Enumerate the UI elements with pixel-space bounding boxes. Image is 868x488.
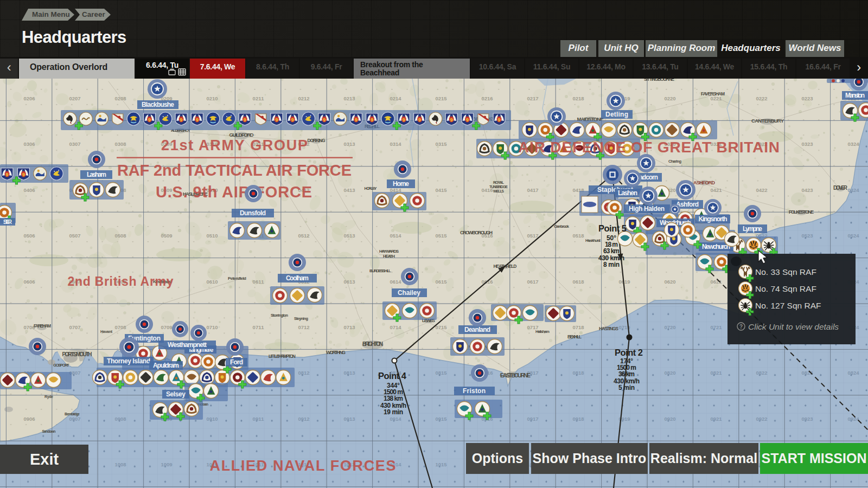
svg-text:0606: 0606 bbox=[24, 279, 35, 285]
svg-text:WORTHING: WORTHING bbox=[326, 350, 346, 355]
svg-text:0324: 0324 bbox=[848, 141, 860, 147]
svg-text:0210: 0210 bbox=[207, 95, 218, 101]
svg-text:0220: 0220 bbox=[665, 95, 676, 101]
svg-text:Ryde: Ryde bbox=[44, 395, 53, 399]
svg-text:0818: 0818 bbox=[573, 370, 584, 376]
svg-text:0720: 0720 bbox=[665, 324, 676, 330]
svg-text:0921: 0921 bbox=[711, 416, 723, 422]
svg-text:No. 74 Sqn RAF: No. 74 Sqn RAF bbox=[755, 284, 816, 293]
svg-text:0315: 0315 bbox=[436, 141, 448, 147]
svg-text:0208: 0208 bbox=[115, 95, 126, 101]
svg-text:0714: 0714 bbox=[390, 324, 402, 330]
svg-text:0914: 0914 bbox=[390, 416, 402, 422]
svg-text:0917: 0917 bbox=[527, 416, 539, 422]
svg-text:2nd British Army: 2nd British Army bbox=[68, 274, 174, 288]
svg-text:Petersfield: Petersfield bbox=[228, 276, 246, 281]
svg-text:0815: 0815 bbox=[436, 370, 448, 376]
svg-text:0924: 0924 bbox=[848, 416, 860, 422]
svg-text:0206: 0206 bbox=[24, 95, 35, 101]
svg-text:No. 127 Sqn RAF: No. 127 Sqn RAF bbox=[755, 301, 821, 310]
svg-text:0710: 0710 bbox=[207, 324, 218, 330]
svg-text:FAVERSHAM: FAVERSHAM bbox=[701, 91, 725, 97]
svg-text:0617: 0617 bbox=[527, 279, 539, 285]
svg-text:LITTLEHAMPTON: LITTLEHAMPTON bbox=[269, 354, 296, 359]
svg-text:BRIGHTON: BRIGHTON bbox=[362, 341, 383, 347]
svg-text:FAREHAM: FAREHAM bbox=[34, 323, 51, 329]
svg-text:0218: 0218 bbox=[573, 95, 584, 101]
svg-text:0718: 0718 bbox=[573, 324, 584, 330]
svg-text:ASHFORD: ASHFORD bbox=[693, 180, 716, 185]
svg-text:0207: 0207 bbox=[69, 95, 81, 101]
svg-text:0424: 0424 bbox=[848, 187, 860, 193]
svg-text:0509: 0509 bbox=[161, 233, 173, 239]
svg-text:9: 9 bbox=[22, 172, 25, 177]
svg-text:0822: 0822 bbox=[756, 370, 768, 376]
svg-text:0211: 0211 bbox=[253, 95, 265, 101]
svg-text:9: 9 bbox=[196, 117, 199, 123]
svg-text:9: 9 bbox=[355, 117, 358, 123]
svg-text:9: 9 bbox=[148, 117, 151, 123]
svg-text:0611: 0611 bbox=[253, 279, 265, 285]
svg-text:1015: 1015 bbox=[436, 461, 448, 467]
svg-text:0524: 0524 bbox=[848, 233, 860, 239]
svg-text:0812: 0812 bbox=[298, 370, 310, 376]
svg-text:Westhampnett: Westhampnett bbox=[168, 341, 207, 349]
svg-text:0517: 0517 bbox=[527, 233, 539, 239]
svg-text:9: 9 bbox=[403, 117, 405, 123]
svg-text:0308: 0308 bbox=[115, 141, 126, 147]
svg-text:0508: 0508 bbox=[115, 233, 126, 239]
svg-text:DORKING: DORKING bbox=[308, 138, 326, 143]
svg-text:1009: 1009 bbox=[161, 461, 173, 467]
svg-text:0712: 0712 bbox=[298, 324, 310, 330]
svg-text:0306: 0306 bbox=[24, 141, 35, 147]
svg-text:0523: 0523 bbox=[802, 233, 813, 239]
svg-text:Coolham: Coolham bbox=[286, 274, 309, 282]
svg-text:0512: 0512 bbox=[298, 233, 310, 239]
svg-text:0514: 0514 bbox=[390, 233, 402, 239]
svg-text:9: 9 bbox=[371, 117, 373, 123]
svg-text:0217: 0217 bbox=[527, 95, 539, 101]
svg-text:0715: 0715 bbox=[436, 324, 448, 330]
svg-text:9: 9 bbox=[275, 117, 278, 123]
svg-text:Point 4: Point 4 bbox=[378, 371, 407, 381]
svg-text:9: 9 bbox=[5, 172, 8, 177]
svg-text:HORLEY: HORLEY bbox=[365, 186, 378, 191]
svg-text:ALLIED NAVAL FORCES: ALLIED NAVAL FORCES bbox=[210, 458, 396, 474]
svg-text:Chailey: Chailey bbox=[398, 289, 420, 297]
svg-text:0918: 0918 bbox=[573, 416, 584, 422]
svg-text:0906: 0906 bbox=[24, 416, 35, 422]
svg-text:GOSPORT: GOSPORT bbox=[53, 363, 69, 368]
svg-text:Bembridge: Bembridge bbox=[65, 412, 80, 416]
svg-text:0619: 0619 bbox=[619, 279, 630, 285]
svg-text:0413: 0413 bbox=[344, 187, 355, 193]
svg-text:0824: 0824 bbox=[848, 370, 860, 376]
svg-text:0307: 0307 bbox=[69, 141, 81, 147]
svg-text:?: ? bbox=[739, 324, 743, 330]
svg-text:0515: 0515 bbox=[436, 233, 448, 239]
svg-text:Lympne: Lympne bbox=[743, 225, 762, 233]
svg-text:Thorney Island: Thorney Island bbox=[107, 357, 150, 365]
svg-text:Blackbushe: Blackbushe bbox=[142, 101, 174, 108]
svg-text:Steyning: Steyning bbox=[294, 316, 308, 321]
svg-text:Selsey: Selsey bbox=[166, 390, 186, 398]
svg-text:Detling: Detling bbox=[605, 111, 628, 118]
svg-text:Lasham: Lasham bbox=[87, 171, 106, 178]
svg-text:0223: 0223 bbox=[802, 95, 813, 101]
svg-text:0513: 0513 bbox=[344, 233, 355, 239]
svg-text:0721: 0721 bbox=[711, 324, 723, 330]
svg-text:9: 9 bbox=[323, 117, 326, 123]
svg-text:0421: 0421 bbox=[711, 187, 723, 193]
svg-text:Deanland: Deanland bbox=[464, 326, 490, 333]
svg-text:Kingsnorth: Kingsnorth bbox=[699, 215, 727, 223]
svg-text:HASTINGS: HASTINGS bbox=[599, 326, 618, 331]
svg-text:9: 9 bbox=[418, 117, 421, 123]
svg-text:0422: 0422 bbox=[756, 187, 768, 193]
svg-text:BURGESS HILL: BURGESS HILL bbox=[369, 268, 391, 273]
svg-text:0912: 0912 bbox=[298, 416, 310, 422]
svg-text:Dunsfold: Dunsfold bbox=[240, 209, 266, 217]
svg-text:9: 9 bbox=[291, 117, 294, 123]
svg-text:0614: 0614 bbox=[390, 279, 402, 285]
svg-text:0821: 0821 bbox=[711, 370, 723, 376]
svg-text:0711: 0711 bbox=[253, 324, 265, 330]
svg-text:ROYAL: ROYAL bbox=[493, 181, 505, 184]
